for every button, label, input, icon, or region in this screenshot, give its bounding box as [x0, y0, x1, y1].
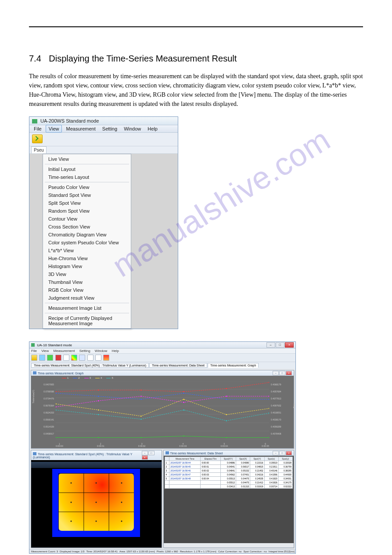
graph-pane-title-text: Time-series Measurement: Graph [38, 372, 83, 375]
svg-point-13 [269, 382, 269, 383]
svg-point-28 [140, 416, 142, 417]
menu-item[interactable]: Hue-Chroma View [43, 254, 131, 262]
table-row[interactable]: 0.034130.013150.019190.007140.02322 [165, 485, 293, 489]
column-header: Spot(Y) [250, 457, 264, 461]
menu-item[interactable]: Recipe of Currently Displayed Measuremen… [43, 314, 131, 327]
tab-standard-spot[interactable]: Time-series Measurement: Standard Spot (… [31, 363, 149, 368]
legend-item: 5 [106, 377, 113, 379]
menu-item[interactable]: Time-series Layout [43, 173, 131, 181]
menu-item[interactable]: Color system Pseudo Color View [43, 239, 131, 247]
menu-setting[interactable]: Setting [100, 125, 120, 132]
menu-item[interactable]: Initial Layout [43, 165, 131, 173]
pane-close-button[interactable]: × [286, 451, 292, 455]
close-button[interactable]: × [285, 342, 294, 348]
column-header: Spot(y) [278, 457, 292, 461]
pane-close-button[interactable]: × [286, 371, 292, 375]
menu-item[interactable]: Contour View [43, 215, 131, 223]
column-header [165, 457, 169, 461]
pane-min-button[interactable]: – [273, 371, 279, 375]
menu-file[interactable]: File [31, 125, 44, 132]
tool-icon[interactable] [87, 355, 94, 361]
menu-view[interactable]: View [46, 125, 62, 133]
pane-min-button[interactable]: – [273, 451, 279, 455]
tool2-icon[interactable] [95, 355, 101, 361]
view-menu-dropdown[interactable]: Live ViewInitial LayoutTime-series Layou… [43, 154, 131, 329]
menu-measurement[interactable]: Measurement [64, 125, 98, 132]
menu-measurement[interactable]: Measurement [54, 349, 75, 353]
pane-min-button[interactable]: – [142, 451, 148, 455]
save-icon[interactable] [39, 355, 45, 361]
table-icon [165, 451, 169, 454]
y-axis-right: 0.40681790.40576940.40778130.40979320.40… [271, 381, 285, 437]
menu-item[interactable]: Thumbnail View [43, 278, 131, 286]
color-icon[interactable] [71, 355, 77, 361]
menu-setting[interactable]: Setting [79, 349, 90, 353]
x-axis: 10:00:0020:00:0130:00:0240:00:0350:00:04… [56, 443, 269, 447]
menu-window[interactable]: Window [121, 125, 144, 132]
pane-close-button[interactable]: × [142, 455, 148, 460]
svg-point-40 [140, 437, 142, 439]
window-title: UA-200WS Standard mode [40, 118, 99, 123]
menu-item[interactable]: Histogram View [43, 262, 131, 270]
menu-window[interactable]: Window [95, 349, 107, 353]
menu-item[interactable]: Pseudo Color View [43, 183, 131, 191]
menu-view[interactable]: View [41, 349, 49, 353]
menu-item[interactable]: L*a*b* View [43, 247, 131, 254]
pane-max-button[interactable]: □ [279, 371, 285, 375]
column-header: Spot(XY) [220, 457, 236, 461]
screenshot-time-series-app: UA-10 Standard mode – □ × File View Meas… [29, 341, 296, 554]
open-icon[interactable] [31, 355, 37, 361]
table-row[interactable]: 52014/02/07 16:58:480:00:040.055130.0447… [165, 477, 293, 481]
tab-pseudo[interactable]: Pseu [31, 146, 47, 153]
svg-point-23 [183, 402, 184, 403]
menu-item[interactable]: Split Spot View [43, 199, 131, 207]
table-row[interactable]: 42014/02/07 16:58:470:00:030.049620.0740… [165, 473, 293, 477]
menu-item[interactable]: Judgment result View [43, 294, 131, 302]
status-bar: Measurement Count: 3Displayed Image: 1/3… [29, 549, 295, 553]
tab-strip: Pseu [29, 146, 178, 154]
svg-point-14 [56, 393, 56, 394]
menu-item[interactable]: Chromaticity Diagram View [43, 231, 131, 239]
menu-item[interactable]: RGB Color View [43, 286, 131, 294]
menu-item[interactable]: 3D View [43, 270, 131, 278]
menu-item[interactable]: Standard Spot View [43, 191, 131, 199]
record-icon[interactable] [55, 355, 61, 361]
menu-bar[interactable]: File View Measurement Setting Window Hel… [29, 125, 178, 133]
pseudo-color-icon[interactable] [103, 355, 109, 361]
svg-point-21 [98, 400, 99, 402]
svg-point-34 [140, 419, 142, 420]
menu-help[interactable]: Help [145, 125, 160, 132]
svg-point-16 [140, 399, 142, 400]
pane-max-button[interactable]: □ [148, 451, 155, 455]
data-sheet-pane-title-text: Time-series Measurement: Data Sheet [170, 452, 223, 455]
data-sheet-body: Measurement TimeElapsed TimSpot(XY)Spot(… [164, 456, 294, 543]
menu-item[interactable]: Cross Section View [43, 223, 131, 231]
open-icon[interactable] [32, 134, 43, 143]
play-icon[interactable] [47, 355, 53, 361]
legend-item: 2 [73, 377, 79, 379]
tab-data-sheet[interactable]: Time-series Measurement: Data Sheet [149, 363, 207, 368]
minimize-button[interactable]: – [266, 342, 275, 348]
header-rule [29, 26, 363, 27]
menu-help[interactable]: Help [112, 349, 119, 353]
menu-item[interactable]: Live View [43, 155, 131, 163]
document-tabs: Time-series Measurement: Standard Spot (… [29, 362, 295, 369]
menu-item[interactable]: Measurement Image List [43, 304, 131, 312]
maximize-button[interactable]: □ [276, 342, 284, 348]
svg-point-33 [98, 414, 99, 415]
table-row[interactable]: 12014/02/07 16:58:440:00:000.048860.0408… [165, 461, 293, 465]
pane-max-button[interactable]: □ [279, 451, 285, 455]
menu-item[interactable]: Random Spot View [43, 207, 131, 215]
tab-graph[interactable]: Time-series Measurement: Graph [208, 363, 259, 368]
table-row[interactable]: 22014/02/07 16:58:450:00:010.049410.0651… [165, 465, 293, 469]
menu-file[interactable]: File [31, 349, 37, 353]
toolbar [29, 353, 295, 362]
svg-point-35 [183, 410, 184, 411]
pseudo-color-image [52, 469, 140, 537]
y-axis-right-label: Time [293, 403, 295, 408]
menu-bar[interactable]: File View Measurement Setting Window Hel… [29, 348, 295, 353]
table-row[interactable]: 32014/02/07 16:58:460:00:020.048410.0515… [165, 469, 293, 473]
table-row[interactable]: 0.055120.044750.214120.419260.34175 [165, 481, 293, 485]
sheet-icon[interactable] [63, 355, 69, 361]
window-icon[interactable] [79, 355, 85, 361]
